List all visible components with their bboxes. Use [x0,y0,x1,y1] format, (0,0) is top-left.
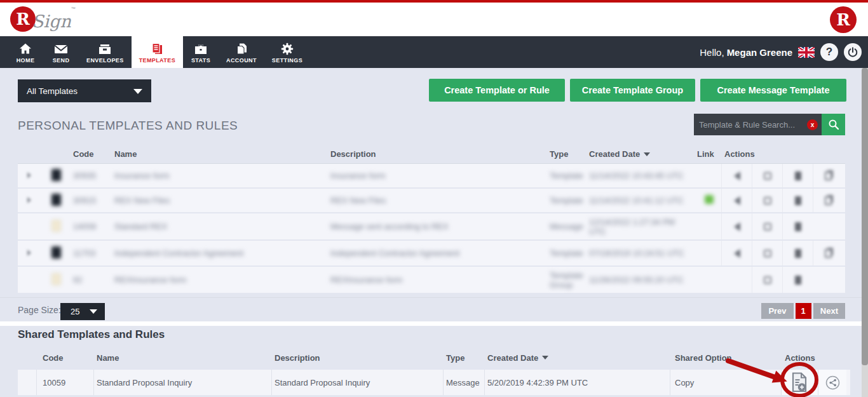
main-navbar: HOME SEND ENVELOPES TEMPLATES [0,36,868,68]
delete-icon[interactable] [795,276,801,285]
delete-icon[interactable] [795,249,801,258]
table-row[interactable]: 30915 REX New Files REX New Files Templa… [18,189,845,212]
col-actions: Actions [721,149,845,159]
tab-stats[interactable]: STATS [183,36,219,68]
clear-search-icon[interactable]: x [807,119,818,130]
template-search: x [694,114,845,135]
tab-label: ACCOUNT [226,57,257,64]
delete-icon[interactable] [795,172,801,180]
share-icon[interactable] [734,172,740,180]
question-icon: ? [826,46,832,58]
edit-icon[interactable] [764,223,771,231]
template-filter-dropdown[interactable]: All Templates [18,79,151,102]
tab-envelopes[interactable]: ENVELOPES [79,36,132,68]
edit-icon[interactable] [764,197,771,205]
col-type[interactable]: Type [444,353,485,363]
tab-label: TEMPLATES [139,57,175,64]
personal-table-header: Code Name Description Type Created Date … [18,145,845,164]
vertical-scrollbar[interactable] [862,68,868,397]
col-name[interactable]: Name [94,353,272,363]
search-icon [828,119,839,130]
tab-home[interactable]: HOME [8,36,43,68]
personal-section-title: PERSONAL TEMPLATES AND RULES [18,119,238,133]
sort-desc-icon [644,152,650,156]
template-doc-icon [51,194,61,206]
tab-label: SEND [53,57,70,64]
rsign-logo-small: R [830,6,857,33]
copy-icon[interactable] [825,249,832,258]
tab-account[interactable]: ACCOUNT [219,36,264,68]
language-flag-icon[interactable] [798,47,815,58]
search-box: x [694,114,822,135]
col-name[interactable]: Name [111,149,327,159]
tab-send[interactable]: SEND [43,36,79,68]
filter-label: All Templates [27,86,78,96]
power-icon [847,46,858,58]
prev-page-button[interactable]: Prev [761,303,793,319]
personal-table-body: 30935 Insurance form Insurance form Temp… [18,164,845,294]
expander-icon[interactable] [27,172,31,178]
help-button[interactable]: ? [820,43,838,61]
template-doc-icon [51,169,61,181]
share-icon[interactable] [734,249,740,258]
logout-button[interactable] [844,43,862,61]
shared-table-row[interactable]: 10059 Standard Proposal Inquiry Standard… [18,370,850,395]
shared-section-title: Shared Templates and Rules [18,328,165,341]
col-code[interactable]: Code [70,149,111,159]
col-link: Link [694,149,721,159]
expander-icon[interactable] [27,250,31,256]
share-icon[interactable] [734,222,740,231]
col-created-date[interactable]: Created Date [586,149,694,159]
edit-icon[interactable] [764,172,771,180]
table-row[interactable]: 92 REXInsurance form REXInsurance form T… [18,267,845,293]
edit-icon[interactable] [764,250,771,257]
col-description[interactable]: Description [327,149,546,159]
trademark: ™ [71,6,76,11]
nav-right-cluster: Hello,Megan Greene ? [700,36,862,68]
current-page-button[interactable]: 1 [796,303,811,319]
pagination-bar: Page Size: 25 Prev 1 Next [0,297,868,321]
app-header: R Sign ™ R [0,3,868,36]
table-row[interactable]: 14008 Standard REX Message sent accordin… [18,213,845,239]
section-divider [0,321,868,326]
templates-icon [151,41,163,55]
tab-label: STATS [191,57,210,64]
delete-icon[interactable] [795,196,801,205]
send-icon [54,41,68,55]
next-page-button[interactable]: Next [813,303,845,319]
col-description[interactable]: Description [272,353,444,363]
scrollbar-thumb[interactable] [862,68,868,365]
create-template-group-button[interactable]: Create Template Group [570,79,695,102]
copy-icon[interactable] [825,196,832,205]
account-icon [235,41,248,55]
col-actions: Actions [782,353,850,363]
copy-template-button[interactable] [782,370,818,395]
share-template-button[interactable] [818,370,846,395]
create-template-or-rule-button[interactable]: Create Template or Rule [429,79,565,102]
table-row[interactable]: 30935 Insurance form Insurance form Temp… [18,164,845,187]
envelopes-icon [98,41,112,55]
tab-templates[interactable]: TEMPLATES [132,36,183,68]
table-row[interactable]: 11703 Independent Contractor Agreement I… [18,241,845,266]
col-code[interactable]: Code [37,353,94,363]
search-button[interactable] [822,114,845,135]
col-type[interactable]: Type [546,149,586,159]
chevron-down-icon [133,89,142,94]
settings-icon [281,41,294,55]
nav-tabs: HOME SEND ENVELOPES TEMPLATES [8,36,310,68]
edit-icon[interactable] [764,276,771,284]
page-size-label: Page Size: [18,305,61,315]
user-greeting: Hello,Megan Greene [700,47,792,58]
copy-icon[interactable] [825,172,832,180]
link-icon[interactable] [705,195,714,204]
expander-icon[interactable] [27,197,31,203]
page-size-dropdown[interactable]: 25 [60,303,105,320]
tab-label: ENVELOPES [86,57,124,64]
delete-icon[interactable] [795,222,801,231]
sort-desc-icon [542,356,548,360]
create-message-template-button[interactable]: Create Message Template [700,79,846,102]
col-created-date[interactable]: Created Date [485,353,670,363]
search-input[interactable] [699,120,807,130]
tab-settings[interactable]: SETTINGS [264,36,310,68]
share-icon[interactable] [734,196,740,205]
